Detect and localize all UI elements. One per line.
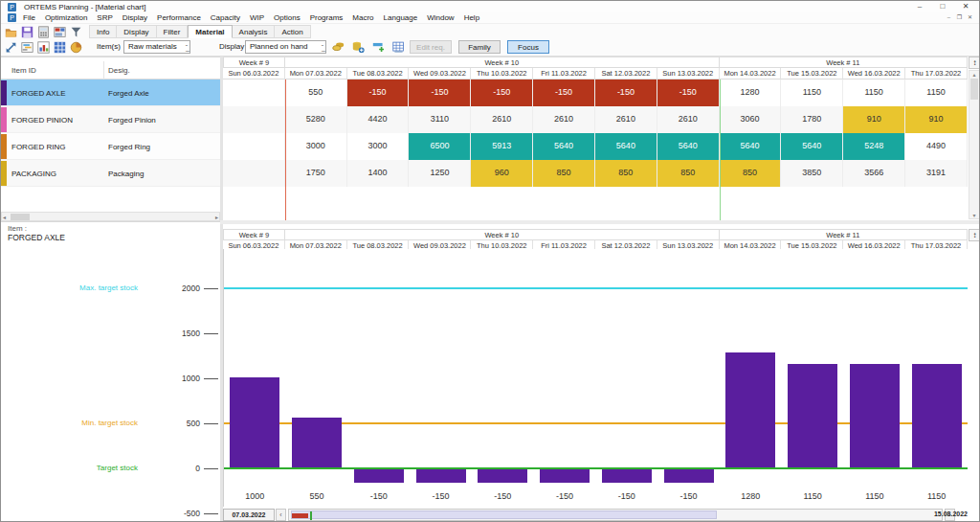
grid-cell[interactable] — [223, 160, 285, 187]
menu-optimization[interactable]: Optimization — [40, 12, 92, 24]
menu-window[interactable]: Window — [422, 12, 458, 24]
stock-bar[interactable] — [602, 469, 652, 483]
close-icon[interactable]: ✕ — [954, 1, 977, 12]
scroll-down-icon[interactable]: ▾ — [969, 212, 979, 218]
grid-cell[interactable]: 3191 — [905, 160, 968, 187]
tab-analysis[interactable]: Analysis — [233, 25, 276, 38]
pane-expand-icon[interactable]: ↕ — [969, 229, 980, 241]
stock-bar[interactable] — [416, 469, 466, 483]
scroll-left-icon[interactable]: ◂ — [3, 214, 6, 220]
item-table-hscrollbar[interactable]: ◂ ▸ — [1, 212, 220, 221]
column-header-desig[interactable]: Desig. — [108, 66, 130, 75]
mdi-minimize-icon[interactable]: – — [944, 13, 954, 22]
grid-cell[interactable]: 850 — [720, 160, 782, 187]
grid-cell[interactable]: 3850 — [781, 160, 843, 187]
fit-view-icon[interactable] — [5, 41, 17, 54]
stock-bar[interactable] — [478, 469, 527, 483]
scroll-thumb[interactable] — [970, 79, 978, 100]
grid-cell[interactable]: 5640 — [657, 133, 720, 160]
menu-file[interactable]: File — [18, 12, 40, 24]
grid-cell[interactable]: 5640 — [720, 133, 782, 160]
grid-cell[interactable]: 2610 — [595, 106, 657, 133]
grid-cell[interactable]: -150 — [533, 79, 595, 106]
grid-cell[interactable]: 3110 — [409, 106, 471, 133]
grid-cell[interactable]: 3060 — [720, 106, 782, 133]
grid-cell[interactable]: -150 — [471, 79, 533, 106]
stock-bar[interactable] — [230, 377, 279, 467]
grid-cell[interactable]: 1750 — [285, 160, 347, 187]
tab-material[interactable]: Material — [188, 25, 232, 38]
day-header-cell[interactable]: Sun 13.03.2022 — [657, 68, 720, 79]
items-dropdown[interactable]: Raw materials ˆ̲ — [123, 40, 190, 54]
grid-cell[interactable]: -150 — [657, 79, 720, 106]
stock-bar[interactable] — [292, 418, 342, 467]
tab-display[interactable]: Display — [117, 25, 156, 38]
menu-display[interactable]: Display — [118, 12, 152, 24]
grid-cell[interactable]: 5640 — [781, 133, 843, 160]
table-row-packaging[interactable]: PACKAGINGPackaging — [1, 160, 220, 187]
grid-cell[interactable]: 5640 — [595, 133, 657, 160]
grid-cell[interactable]: 960 — [471, 160, 533, 187]
grid-vscrollbar[interactable]: ▴ ▾ — [969, 70, 980, 219]
grid-cell[interactable]: 5913 — [471, 133, 533, 160]
menu-macro[interactable]: Macro — [347, 12, 378, 24]
day-header-cell[interactable]: Wed 09.03.2022 — [409, 68, 471, 79]
table-row-forged-axle[interactable]: FORGED AXLEForged Axle — [1, 79, 220, 106]
stock-bar[interactable] — [912, 364, 962, 467]
gantt-image-icon[interactable] — [21, 41, 33, 54]
grid-cell[interactable]: 850 — [533, 160, 595, 187]
day-header-cell[interactable]: Thu 17.03.2022 — [905, 68, 968, 79]
menu-language[interactable]: Language — [379, 12, 423, 24]
stock-bar[interactable] — [354, 469, 404, 483]
display-dropdown[interactable]: Planned on hand ˆ̲ — [245, 40, 326, 54]
minimize-icon[interactable]: – — [908, 1, 931, 12]
scroll-start-date[interactable]: 07.03.2022 — [223, 509, 275, 521]
grid-cell[interactable]: 1150 — [781, 79, 843, 106]
mdi-restore-icon[interactable]: ❐ — [954, 13, 965, 22]
grid-cell[interactable]: 6500 — [409, 133, 471, 160]
mdi-close-icon[interactable]: ✕ — [965, 13, 975, 22]
grid-cell[interactable]: 850 — [657, 160, 720, 187]
day-header-cell[interactable]: Sun 06.03.2022 — [223, 68, 285, 79]
grid-cell[interactable]: 4490 — [905, 133, 968, 160]
scroll-up-icon[interactable]: ▴ — [969, 71, 979, 78]
menu-capacity[interactable]: Capacity — [206, 12, 245, 24]
grid-cell[interactable]: 5248 — [843, 133, 905, 160]
filter-icon[interactable] — [70, 26, 82, 38]
grid-cell[interactable]: -150 — [595, 79, 657, 106]
open-folder-icon[interactable] — [5, 26, 17, 38]
menu-programs[interactable]: Programs — [305, 12, 348, 24]
grid-cell[interactable] — [223, 106, 285, 133]
menu-help[interactable]: Help — [459, 12, 484, 24]
grid-edit-icon[interactable] — [392, 40, 405, 53]
grid-cell[interactable]: 4420 — [347, 106, 410, 133]
grid-cell[interactable]: 3000 — [347, 133, 410, 160]
scroll-right-icon[interactable]: ▸ — [215, 214, 218, 220]
table-row-forged-pinion[interactable]: FORGED PINIONForged Pinion — [1, 106, 220, 133]
grid-cell[interactable]: 3566 — [843, 160, 905, 187]
grid-cell[interactable]: 1780 — [781, 106, 843, 133]
tab-action[interactable]: Action — [275, 25, 310, 38]
grid-cell[interactable]: -150 — [409, 79, 471, 106]
add-stock-icon[interactable] — [352, 40, 365, 53]
add-bar-icon[interactable] — [372, 40, 385, 53]
maximize-icon[interactable]: □ — [931, 1, 954, 12]
stock-bar[interactable] — [540, 469, 590, 483]
grid-cell[interactable]: 2610 — [471, 106, 533, 133]
scroll-thumb[interactable] — [291, 511, 717, 519]
grid-cell[interactable]: 1150 — [843, 79, 905, 106]
pie-chart-icon[interactable] — [70, 41, 82, 54]
grid-cell[interactable]: -150 — [347, 79, 410, 106]
coins-icon[interactable] — [332, 40, 345, 53]
grid-cell[interactable]: 1150 — [905, 79, 968, 106]
calculator-icon[interactable] — [37, 26, 50, 38]
stock-bar[interactable] — [664, 469, 714, 483]
menu-srp[interactable]: SRP — [92, 12, 117, 24]
day-header-cell[interactable]: Tue 08.03.2022 — [347, 68, 410, 79]
grid-cell[interactable]: 850 — [595, 160, 657, 187]
scroll-thumb[interactable] — [11, 214, 30, 220]
stock-bar[interactable] — [788, 364, 837, 467]
grid-cell[interactable]: 5640 — [533, 133, 595, 160]
grid-cell[interactable]: 3000 — [285, 133, 347, 160]
day-header-cell[interactable]: Tue 15.03.2022 — [781, 68, 843, 79]
